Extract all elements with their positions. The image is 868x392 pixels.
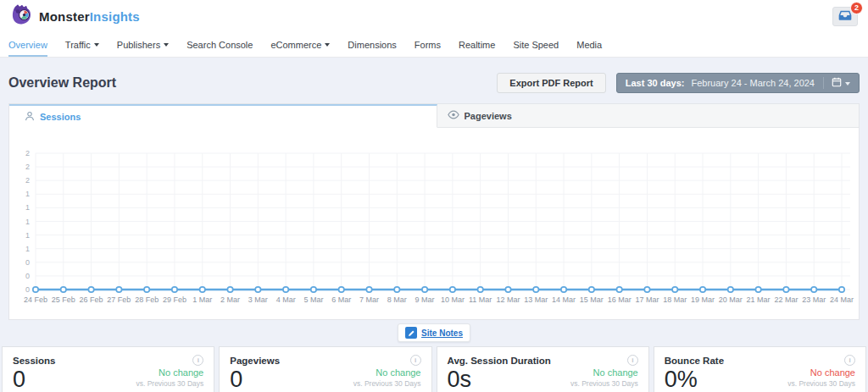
nav-item-site-speed[interactable]: Site Speed [513, 32, 559, 57]
info-icon[interactable]: i [192, 355, 203, 366]
svg-text:6 Mar: 6 Mar [331, 295, 351, 304]
nav-item-media[interactable]: Media [576, 32, 602, 57]
export-pdf-button[interactable]: Export PDF Report [497, 73, 605, 93]
info-icon[interactable]: i [844, 355, 855, 366]
info-icon[interactable]: i [410, 355, 421, 366]
sessions-chart: 2221111100024 Feb25 Feb26 Feb27 Feb28 Fe… [9, 128, 859, 319]
stat-value: 0s [448, 367, 472, 392]
svg-text:1 Mar: 1 Mar [192, 295, 212, 304]
svg-text:0: 0 [25, 272, 30, 280]
top-bar: MonsterInsights 2 [0, 0, 868, 32]
stat-label: Bounce Rate [665, 356, 724, 366]
main-nav: Overview Traffic Publishers Search Conso… [0, 32, 868, 58]
inbox-icon [838, 8, 852, 24]
svg-text:0: 0 [25, 258, 30, 267]
nav-item-forms[interactable]: Forms [415, 32, 441, 57]
svg-text:25 Feb: 25 Feb [52, 295, 75, 304]
chart-panel: Sessions Pageviews 2221111100024 Feb25 F… [8, 103, 860, 320]
svg-text:1: 1 [25, 203, 30, 212]
stat-card-avg-session-duration: Avg. Session Duration i 0s No change vs.… [437, 346, 649, 392]
stat-change: No change [136, 367, 203, 378]
svg-text:27 Feb: 27 Feb [107, 295, 131, 304]
stat-card-pageviews: Pageviews i 0 No change vs. Previous 30 … [219, 346, 431, 392]
date-range-button[interactable]: Last 30 days: February 24 - March 24, 20… [616, 73, 860, 93]
stat-compare: vs. Previous 30 Days [787, 379, 855, 388]
stat-value: 0 [230, 367, 242, 392]
stats-row: Sessions i 0 No change vs. Previous 30 D… [2, 346, 866, 392]
nav-item-search-console[interactable]: Search Console [186, 32, 253, 57]
svg-text:13 Mar: 13 Mar [524, 295, 548, 304]
nav-item-traffic[interactable]: Traffic [65, 32, 99, 57]
svg-text:2: 2 [25, 149, 30, 157]
site-notes-button[interactable]: Site Notes [398, 323, 470, 342]
chevron-down-icon [325, 43, 330, 47]
svg-text:5 Mar: 5 Mar [303, 295, 323, 304]
svg-text:3 Mar: 3 Mar [248, 295, 268, 304]
svg-text:20 Mar: 20 Mar [719, 295, 743, 304]
svg-text:9 Mar: 9 Mar [415, 295, 435, 304]
date-range-value: February 24 - March 24, 2024 [691, 78, 815, 88]
svg-text:12 Mar: 12 Mar [496, 295, 520, 304]
stat-label: Pageviews [230, 356, 280, 366]
nav-item-dimensions[interactable]: Dimensions [348, 32, 396, 57]
stat-change: No change [570, 367, 638, 378]
svg-text:14 Mar: 14 Mar [552, 295, 576, 304]
info-icon[interactable]: i [627, 355, 638, 366]
svg-text:11 Mar: 11 Mar [469, 295, 492, 304]
page-title: Overview Report [8, 75, 116, 91]
svg-text:16 Mar: 16 Mar [608, 295, 632, 304]
svg-text:1: 1 [25, 190, 30, 198]
stat-card-sessions: Sessions i 0 No change vs. Previous 30 D… [2, 346, 214, 392]
notifications-button[interactable]: 2 [832, 7, 858, 26]
svg-text:24 Mar: 24 Mar [830, 295, 854, 304]
calendar-icon [832, 77, 842, 89]
svg-text:0: 0 [25, 285, 30, 294]
tab-pageviews[interactable]: Pageviews [437, 104, 860, 127]
eye-icon [448, 110, 459, 121]
site-notes-label: Site Notes [421, 329, 463, 338]
svg-text:17 Mar: 17 Mar [635, 295, 659, 304]
tab-sessions[interactable]: Sessions [9, 104, 437, 128]
person-icon [25, 111, 35, 123]
svg-text:1: 1 [25, 245, 30, 253]
nav-item-realtime[interactable]: Realtime [459, 32, 495, 57]
date-range-label: Last 30 days: [626, 78, 685, 88]
svg-text:10 Mar: 10 Mar [441, 295, 465, 304]
svg-text:23 Mar: 23 Mar [802, 295, 826, 304]
nav-item-overview[interactable]: Overview [8, 32, 47, 57]
nav-item-publishers[interactable]: Publishers [117, 32, 169, 57]
stat-compare: vs. Previous 30 Days [570, 379, 638, 388]
svg-text:29 Feb: 29 Feb [163, 295, 186, 304]
svg-text:19 Mar: 19 Mar [691, 295, 715, 304]
monster-logo-icon [10, 3, 33, 30]
stat-compare: vs. Previous 30 Days [136, 379, 203, 388]
nav-item-ecommerce[interactable]: eCommerce [270, 32, 330, 57]
chevron-down-icon [845, 82, 850, 86]
svg-text:26 Feb: 26 Feb [80, 295, 103, 304]
stat-label: Sessions [13, 356, 56, 366]
svg-text:22 Mar: 22 Mar [774, 295, 798, 304]
report-header: Overview Report Export PDF Report Last 3… [8, 73, 860, 93]
notification-count-badge: 2 [850, 2, 863, 14]
svg-text:4 Mar: 4 Mar [276, 295, 296, 304]
stat-compare: vs. Previous 30 Days [353, 379, 421, 388]
svg-text:15 Mar: 15 Mar [580, 295, 604, 304]
sessions-line-chart: 2221111100024 Feb25 Feb26 Feb27 Feb28 Fe… [9, 128, 859, 316]
pencil-icon [405, 327, 417, 339]
brand: MonsterInsights [10, 3, 140, 30]
chevron-down-icon [164, 43, 169, 47]
stat-label: Avg. Session Duration [448, 356, 551, 366]
svg-text:2: 2 [25, 163, 30, 171]
stat-value: 0% [665, 367, 698, 392]
svg-text:7 Mar: 7 Mar [359, 295, 379, 304]
svg-text:1: 1 [25, 218, 30, 226]
stat-change: No change [787, 367, 855, 378]
svg-text:18 Mar: 18 Mar [663, 295, 687, 304]
chart-tabbar: Sessions Pageviews [9, 104, 859, 128]
svg-text:2 Mar: 2 Mar [220, 295, 240, 304]
svg-text:1: 1 [25, 231, 30, 240]
chevron-down-icon [94, 43, 99, 47]
brand-name: MonsterInsights [39, 9, 140, 24]
svg-text:24 Feb: 24 Feb [24, 295, 47, 304]
stat-change: No change [353, 367, 421, 378]
